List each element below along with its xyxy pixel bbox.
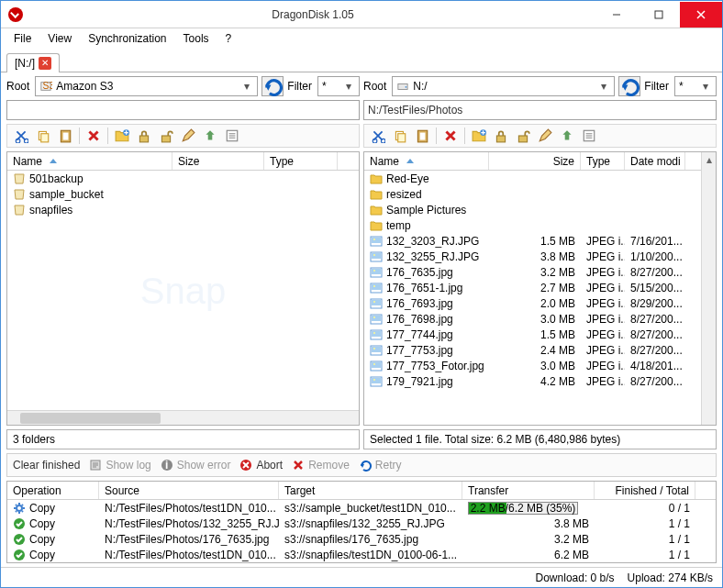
- lock-button[interactable]: [134, 126, 154, 146]
- left-col-name[interactable]: Name: [7, 152, 172, 170]
- file-type: JPEG i...: [586, 282, 625, 294]
- list-item[interactable]: 132_3203_RJ.JPG 1.5 MB JPEG i... 7/16/20…: [364, 233, 701, 249]
- delete-icon: [292, 459, 305, 472]
- left-scroll-x[interactable]: [7, 410, 359, 425]
- transfer-row[interactable]: Copy N:/TestFiles/Photos/test1DN_010... …: [7, 547, 716, 562]
- show-log-button[interactable]: Show log: [89, 459, 150, 472]
- right-col-name[interactable]: Name: [364, 152, 489, 170]
- props-button[interactable]: [579, 126, 599, 146]
- props-button[interactable]: [222, 126, 242, 146]
- close-button[interactable]: [680, 2, 722, 28]
- list-item[interactable]: 176_7693.jpg 2.0 MB JPEG i... 8/29/200..…: [364, 295, 701, 311]
- menu-file[interactable]: File: [6, 30, 39, 47]
- upload-button[interactable]: [200, 126, 220, 146]
- abort-button[interactable]: Abort: [239, 459, 283, 472]
- lock-icon: [137, 128, 151, 143]
- tab-nroot[interactable]: [N:/] ✕: [6, 53, 60, 72]
- menu-help[interactable]: ?: [218, 30, 239, 47]
- retry-icon: [359, 459, 372, 472]
- file-name: sample_bucket: [29, 188, 104, 201]
- tcol-target[interactable]: Target: [279, 482, 462, 499]
- list-item[interactable]: 176_7698.jpg 3.0 MB JPEG i... 8/27/200..…: [364, 311, 701, 327]
- file-name: Red-Eye: [386, 172, 429, 185]
- upload-button[interactable]: [557, 126, 577, 146]
- list-item[interactable]: 176_7651-1.jpg 2.7 MB JPEG i... 5/15/200…: [364, 280, 701, 295]
- image-icon: [370, 328, 383, 341]
- unlock-button[interactable]: [156, 126, 176, 146]
- list-item[interactable]: 179_7921.jpg 4.2 MB JPEG i... 8/27/200..…: [364, 373, 701, 389]
- list-item[interactable]: 501backup: [7, 171, 359, 186]
- newfolder-button[interactable]: [469, 126, 489, 146]
- right-root-combo[interactable]: N:/ ▾: [392, 76, 615, 96]
- copy-button[interactable]: [33, 126, 53, 146]
- image-icon: [370, 344, 383, 357]
- delete-button[interactable]: [83, 126, 104, 146]
- left-col-type[interactable]: Type: [264, 152, 338, 170]
- right-filter-combo[interactable]: * ▾: [674, 76, 717, 96]
- paste-button[interactable]: [55, 126, 75, 146]
- file-date: 8/27/200...: [630, 328, 683, 341]
- list-item[interactable]: sample_bucket: [7, 186, 359, 202]
- menu-sync[interactable]: Synchronization: [81, 30, 173, 47]
- edit-button[interactable]: [535, 126, 555, 146]
- transfer-list[interactable]: Operation Source Target Transfer Finishe…: [6, 481, 717, 563]
- left-root-combo[interactable]: Amazon S3 ▾: [35, 76, 258, 96]
- menu-view[interactable]: View: [40, 30, 79, 47]
- tcol-operation[interactable]: Operation: [7, 482, 99, 499]
- transfer-row[interactable]: Copy N:/TestFiles/Photos/test1DN_010... …: [7, 500, 716, 516]
- left-file-list[interactable]: Name Size Type Snap 501backup sample_buc…: [6, 151, 360, 426]
- unlock-button[interactable]: [513, 126, 533, 146]
- retry-button[interactable]: Retry: [359, 459, 402, 472]
- menu-tools[interactable]: Tools: [176, 30, 217, 47]
- list-item[interactable]: 177_7744.jpg 1.5 MB JPEG i... 8/27/200..…: [364, 327, 701, 342]
- clear-finished-button[interactable]: Clear finished: [13, 459, 80, 472]
- ok-icon: [13, 533, 26, 546]
- list-item[interactable]: resized: [364, 186, 701, 202]
- delete-button[interactable]: [440, 126, 461, 146]
- tab-close-icon[interactable]: ✕: [39, 57, 51, 70]
- list-item[interactable]: Sample Pictures: [364, 202, 701, 217]
- left-filter-label: Filter: [287, 80, 314, 93]
- right-col-type[interactable]: Type: [581, 152, 625, 170]
- maximize-button[interactable]: [638, 2, 680, 28]
- left-refresh-button[interactable]: [261, 76, 284, 96]
- delete-icon: [443, 128, 458, 143]
- remove-button[interactable]: Remove: [292, 459, 350, 472]
- transfer-row[interactable]: Copy N:/TestFiles/Photos/176_7635.jpg s3…: [7, 531, 716, 547]
- file-date: 4/18/201...: [630, 360, 683, 372]
- transfer-row[interactable]: Copy N:/TestFiles/Photos/132_3255_RJ.J..…: [7, 516, 716, 531]
- right-file-list[interactable]: Name Size Type Date modi Red-Eye resized…: [363, 151, 717, 426]
- right-path-input[interactable]: N:/TestFiles/Photos: [363, 100, 717, 120]
- file-size: 3.0 MB: [540, 360, 575, 372]
- left-filter-combo[interactable]: * ▾: [317, 76, 360, 96]
- minimize-button[interactable]: [595, 2, 638, 28]
- right-col-date[interactable]: Date modi: [625, 152, 685, 170]
- list-item[interactable]: snapfiles: [7, 202, 359, 217]
- right-scroll-y[interactable]: ▴: [701, 152, 716, 425]
- cut-button[interactable]: [368, 126, 388, 146]
- edit-button[interactable]: [178, 126, 198, 146]
- tcol-finished[interactable]: Finished / Total: [595, 482, 695, 499]
- left-col-size[interactable]: Size: [172, 152, 264, 170]
- list-item[interactable]: Red-Eye: [364, 171, 701, 186]
- list-item[interactable]: temp: [364, 217, 701, 233]
- paste-button[interactable]: [412, 126, 432, 146]
- show-error-button[interactable]: Show error: [161, 459, 231, 472]
- cut-icon: [14, 128, 28, 143]
- copy-button[interactable]: [390, 126, 410, 146]
- tcol-source[interactable]: Source: [99, 482, 279, 499]
- list-item[interactable]: 177_7753_Fotor.jpg 3.0 MB JPEG i... 4/18…: [364, 358, 701, 373]
- list-item[interactable]: 176_7635.jpg 3.2 MB JPEG i... 8/27/200..…: [364, 264, 701, 280]
- image-icon: [370, 250, 383, 263]
- right-col-size[interactable]: Size: [489, 152, 581, 170]
- list-item[interactable]: 132_3255_RJ.JPG 3.8 MB JPEG i... 1/10/20…: [364, 249, 701, 264]
- right-refresh-button[interactable]: [618, 76, 640, 96]
- left-path-input[interactable]: [6, 100, 360, 120]
- cut-button[interactable]: [11, 126, 31, 146]
- chevron-down-icon: ▾: [244, 80, 253, 93]
- newfolder-button[interactable]: [112, 126, 132, 146]
- lock-button[interactable]: [491, 126, 511, 146]
- list-item[interactable]: 177_7753.jpg 2.4 MB JPEG i... 8/27/200..…: [364, 342, 701, 358]
- tcol-transfer[interactable]: Transfer: [462, 482, 595, 499]
- file-name: 132_3203_RJ.JPG: [386, 235, 479, 248]
